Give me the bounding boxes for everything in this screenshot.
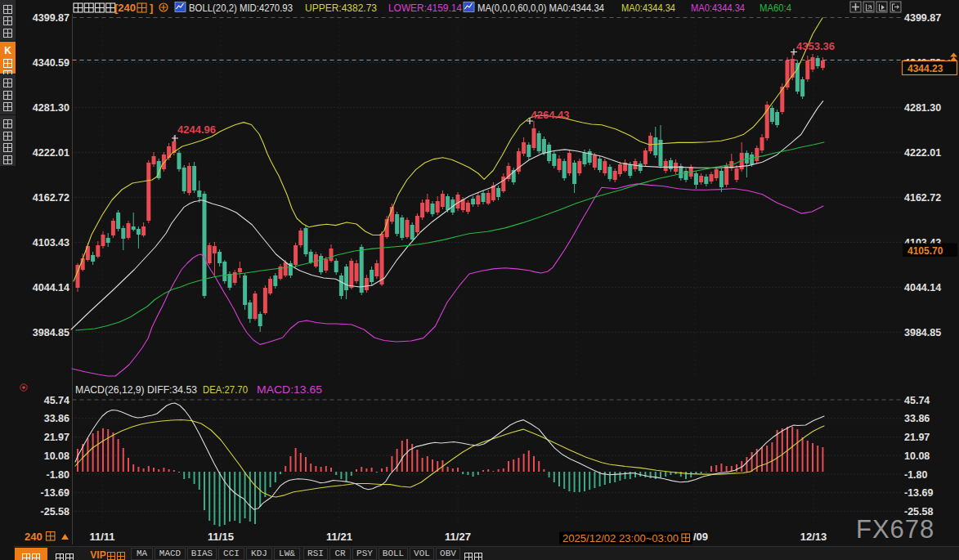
svg-text:4281.30: 4281.30 (904, 102, 941, 114)
svg-text:-1.80: -1.80 (904, 469, 928, 481)
svg-text:11/27: 11/27 (445, 531, 471, 543)
svg-text:MACD:13.65: MACD:13.65 (257, 384, 322, 396)
svg-text:4162.72: 4162.72 (33, 192, 69, 204)
svg-text:]: ] (150, 2, 153, 14)
svg-text:3984.85: 3984.85 (904, 327, 941, 338)
svg-text:3984.85: 3984.85 (33, 327, 69, 338)
svg-text:MA(0,0,0,60,0,0) MA0:4344.34: MA(0,0,0,60,0,0) MA0:4344.34 (477, 2, 604, 14)
svg-text:21.97: 21.97 (44, 432, 69, 443)
svg-text:4044.14: 4044.14 (33, 282, 69, 293)
svg-text:4399.87: 4399.87 (904, 12, 941, 24)
svg-text:33.86: 33.86 (904, 413, 930, 424)
svg-text:MACD(26,12,9) DIFF:34.53: MACD(26,12,9) DIFF:34.53 (75, 384, 197, 396)
svg-text:4162.72: 4162.72 (904, 192, 941, 204)
svg-text:11/15: 11/15 (208, 531, 234, 543)
svg-text:4044.14: 4044.14 (904, 282, 941, 293)
svg-text:4222.01: 4222.01 (904, 147, 941, 159)
svg-text:11/21: 11/21 (326, 531, 352, 543)
svg-text:LOWER:4159.14: LOWER:4159.14 (388, 2, 462, 14)
svg-text:10.08: 10.08 (44, 450, 69, 462)
svg-text:4105.70: 4105.70 (907, 245, 943, 257)
svg-text:4340.59: 4340.59 (33, 57, 69, 69)
svg-text:DEA:27.70: DEA:27.70 (203, 384, 248, 396)
svg-text:UPPER:4382.73: UPPER:4382.73 (305, 2, 377, 14)
svg-text:4222.01: 4222.01 (33, 147, 69, 159)
svg-text:4344.23: 4344.23 (907, 63, 943, 74)
svg-text:4281.30: 4281.30 (33, 102, 69, 114)
svg-text:[240: [240 (114, 2, 136, 14)
svg-text:4264.43: 4264.43 (531, 109, 570, 121)
svg-text:4353.36: 4353.36 (796, 40, 835, 52)
svg-text:33.86: 33.86 (44, 413, 69, 424)
svg-text:45.74: 45.74 (44, 395, 69, 406)
svg-text:-13.69: -13.69 (904, 487, 933, 499)
svg-text:MA0:4344.34: MA0:4344.34 (621, 2, 675, 14)
svg-text:10.08: 10.08 (904, 450, 930, 462)
svg-text:/09: /09 (693, 531, 708, 543)
svg-text:4399.87: 4399.87 (33, 12, 69, 24)
svg-text:BOLL(20,2) MID:4270.93: BOLL(20,2) MID:4270.93 (189, 2, 293, 14)
svg-text:4103.43: 4103.43 (33, 237, 69, 249)
svg-text:MA0:4344.34: MA0:4344.34 (691, 2, 745, 14)
svg-text:21.97: 21.97 (904, 432, 930, 443)
svg-text:MA60:4: MA60:4 (760, 2, 791, 14)
svg-text:-1.80: -1.80 (47, 469, 70, 481)
svg-text:12/13: 12/13 (800, 531, 827, 543)
svg-text:240: 240 (25, 531, 43, 543)
svg-text:4244.96: 4244.96 (177, 123, 216, 136)
svg-text:-13.69: -13.69 (41, 487, 69, 499)
svg-text:2025/12/02 23:00~03:00: 2025/12/02 23:00~03:00 (562, 533, 679, 544)
svg-text:45.74: 45.74 (904, 395, 930, 406)
svg-text:FX678: FX678 (856, 515, 934, 544)
svg-text:-25.58: -25.58 (41, 506, 69, 517)
svg-text:11/11: 11/11 (89, 531, 114, 543)
